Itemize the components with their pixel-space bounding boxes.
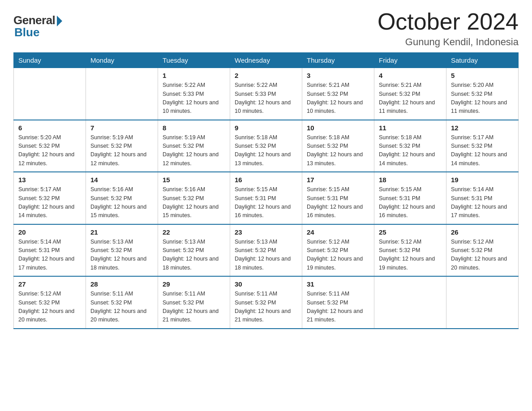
day-number: 14 <box>90 176 153 184</box>
sun-info: Sunrise: 5:22 AMSunset: 5:33 PMDaylight:… <box>163 81 225 116</box>
day-number: 16 <box>235 176 297 184</box>
day-number: 7 <box>90 124 153 132</box>
day-number: 1 <box>163 72 225 79</box>
sun-info: Sunrise: 5:18 AMSunset: 5:32 PMDaylight:… <box>307 133 369 168</box>
calendar-cell: 17 Sunrise: 5:15 AMSunset: 5:31 PMDaylig… <box>302 172 374 224</box>
calendar-cell: 30 Sunrise: 5:11 AMSunset: 5:32 PMDaylig… <box>230 276 302 329</box>
calendar-cell: 12 Sunrise: 5:17 AMSunset: 5:32 PMDaylig… <box>446 120 519 172</box>
header-cell-friday: Friday <box>374 53 446 68</box>
calendar-body: 1 Sunrise: 5:22 AMSunset: 5:33 PMDayligh… <box>14 68 519 329</box>
calendar-cell: 22 Sunrise: 5:13 AMSunset: 5:32 PMDaylig… <box>158 224 230 277</box>
sun-info: Sunrise: 5:17 AMSunset: 5:32 PMDaylight:… <box>18 185 81 220</box>
day-number: 26 <box>451 228 514 236</box>
calendar-cell: 6 Sunrise: 5:20 AMSunset: 5:32 PMDayligh… <box>14 120 86 172</box>
sun-info: Sunrise: 5:21 AMSunset: 5:32 PMDaylight:… <box>307 81 369 116</box>
calendar-cell: 15 Sunrise: 5:16 AMSunset: 5:32 PMDaylig… <box>158 172 230 224</box>
sun-info: Sunrise: 5:22 AMSunset: 5:33 PMDaylight:… <box>235 81 297 116</box>
sun-info: Sunrise: 5:16 AMSunset: 5:32 PMDaylight:… <box>90 185 153 220</box>
day-number: 22 <box>163 228 225 236</box>
calendar-cell: 21 Sunrise: 5:13 AMSunset: 5:32 PMDaylig… <box>86 224 158 277</box>
day-number: 10 <box>307 124 369 132</box>
calendar-cell: 26 Sunrise: 5:12 AMSunset: 5:32 PMDaylig… <box>446 224 519 277</box>
page-header: General Blue October 2024 Gunung Kendil,… <box>13 9 519 48</box>
day-number: 20 <box>18 228 81 236</box>
calendar-cell: 9 Sunrise: 5:18 AMSunset: 5:32 PMDayligh… <box>230 120 302 172</box>
day-number: 18 <box>379 176 442 184</box>
day-number: 2 <box>235 72 297 79</box>
sun-info: Sunrise: 5:15 AMSunset: 5:31 PMDaylight:… <box>235 185 297 220</box>
calendar-cell: 16 Sunrise: 5:15 AMSunset: 5:31 PMDaylig… <box>230 172 302 224</box>
sun-info: Sunrise: 5:18 AMSunset: 5:32 PMDaylight:… <box>235 133 297 168</box>
logo: General Blue <box>13 13 62 39</box>
sun-info: Sunrise: 5:15 AMSunset: 5:31 PMDaylight:… <box>379 185 442 220</box>
calendar-cell: 27 Sunrise: 5:12 AMSunset: 5:32 PMDaylig… <box>14 276 86 329</box>
day-number: 15 <box>163 176 225 184</box>
calendar-cell: 5 Sunrise: 5:20 AMSunset: 5:32 PMDayligh… <box>446 68 519 120</box>
day-number: 19 <box>451 176 514 184</box>
header-row: SundayMondayTuesdayWednesdayThursdayFrid… <box>14 53 519 68</box>
title-section: October 2024 Gunung Kendil, Indonesia <box>378 9 519 48</box>
day-number: 23 <box>235 228 297 236</box>
sun-info: Sunrise: 5:12 AMSunset: 5:32 PMDaylight:… <box>307 238 369 273</box>
calendar-header: SundayMondayTuesdayWednesdayThursdayFrid… <box>14 53 519 68</box>
day-number: 9 <box>235 124 297 132</box>
calendar-cell: 10 Sunrise: 5:18 AMSunset: 5:32 PMDaylig… <box>302 120 374 172</box>
header-cell-tuesday: Tuesday <box>158 53 230 68</box>
location-subtitle: Gunung Kendil, Indonesia <box>378 36 519 48</box>
calendar-cell: 20 Sunrise: 5:14 AMSunset: 5:31 PMDaylig… <box>14 224 86 277</box>
calendar-cell: 2 Sunrise: 5:22 AMSunset: 5:33 PMDayligh… <box>230 68 302 120</box>
sun-info: Sunrise: 5:19 AMSunset: 5:32 PMDaylight:… <box>90 133 153 168</box>
calendar-cell: 31 Sunrise: 5:11 AMSunset: 5:32 PMDaylig… <box>302 276 374 329</box>
sun-info: Sunrise: 5:20 AMSunset: 5:32 PMDaylight:… <box>451 81 514 116</box>
day-number: 28 <box>90 280 153 288</box>
calendar-cell: 3 Sunrise: 5:21 AMSunset: 5:32 PMDayligh… <box>302 68 374 120</box>
week-row-1: 1 Sunrise: 5:22 AMSunset: 5:33 PMDayligh… <box>14 68 519 120</box>
sun-info: Sunrise: 5:13 AMSunset: 5:32 PMDaylight:… <box>90 238 153 273</box>
sun-info: Sunrise: 5:11 AMSunset: 5:32 PMDaylight:… <box>307 290 369 325</box>
header-cell-saturday: Saturday <box>446 53 519 68</box>
day-number: 31 <box>307 280 369 288</box>
sun-info: Sunrise: 5:13 AMSunset: 5:32 PMDaylight:… <box>163 238 225 273</box>
week-row-4: 20 Sunrise: 5:14 AMSunset: 5:31 PMDaylig… <box>14 224 519 277</box>
sun-info: Sunrise: 5:13 AMSunset: 5:32 PMDaylight:… <box>235 238 297 273</box>
sun-info: Sunrise: 5:16 AMSunset: 5:32 PMDaylight:… <box>163 185 225 220</box>
day-number: 5 <box>451 72 514 79</box>
calendar-cell: 1 Sunrise: 5:22 AMSunset: 5:33 PMDayligh… <box>158 68 230 120</box>
calendar-cell: 28 Sunrise: 5:11 AMSunset: 5:32 PMDaylig… <box>86 276 158 329</box>
calendar-cell: 25 Sunrise: 5:12 AMSunset: 5:32 PMDaylig… <box>374 224 446 277</box>
sun-info: Sunrise: 5:20 AMSunset: 5:32 PMDaylight:… <box>18 133 81 168</box>
sun-info: Sunrise: 5:12 AMSunset: 5:32 PMDaylight:… <box>18 290 81 325</box>
calendar-table: SundayMondayTuesdayWednesdayThursdayFrid… <box>13 52 519 329</box>
logo-arrow-icon <box>57 16 62 26</box>
calendar-cell: 18 Sunrise: 5:15 AMSunset: 5:31 PMDaylig… <box>374 172 446 224</box>
header-cell-monday: Monday <box>86 53 158 68</box>
day-number: 25 <box>379 228 442 236</box>
week-row-3: 13 Sunrise: 5:17 AMSunset: 5:32 PMDaylig… <box>14 172 519 224</box>
sun-info: Sunrise: 5:19 AMSunset: 5:32 PMDaylight:… <box>163 133 225 168</box>
calendar-cell <box>14 68 86 120</box>
sun-info: Sunrise: 5:18 AMSunset: 5:32 PMDaylight:… <box>379 133 442 168</box>
sun-info: Sunrise: 5:11 AMSunset: 5:32 PMDaylight:… <box>235 290 297 325</box>
day-number: 24 <box>307 228 369 236</box>
calendar-cell: 7 Sunrise: 5:19 AMSunset: 5:32 PMDayligh… <box>86 120 158 172</box>
week-row-2: 6 Sunrise: 5:20 AMSunset: 5:32 PMDayligh… <box>14 120 519 172</box>
day-number: 21 <box>90 228 153 236</box>
sun-info: Sunrise: 5:11 AMSunset: 5:32 PMDaylight:… <box>163 290 225 325</box>
sun-info: Sunrise: 5:14 AMSunset: 5:31 PMDaylight:… <box>451 185 514 220</box>
sun-info: Sunrise: 5:17 AMSunset: 5:32 PMDaylight:… <box>451 133 514 168</box>
sun-info: Sunrise: 5:12 AMSunset: 5:32 PMDaylight:… <box>379 238 442 273</box>
day-number: 11 <box>379 124 442 132</box>
logo-blue-text: Blue <box>14 26 62 39</box>
sun-info: Sunrise: 5:21 AMSunset: 5:32 PMDaylight:… <box>379 81 442 116</box>
day-number: 12 <box>451 124 514 132</box>
sun-info: Sunrise: 5:12 AMSunset: 5:32 PMDaylight:… <box>451 238 514 273</box>
sun-info: Sunrise: 5:15 AMSunset: 5:31 PMDaylight:… <box>307 185 369 220</box>
week-row-5: 27 Sunrise: 5:12 AMSunset: 5:32 PMDaylig… <box>14 276 519 329</box>
sun-info: Sunrise: 5:14 AMSunset: 5:31 PMDaylight:… <box>18 238 81 273</box>
day-number: 30 <box>235 280 297 288</box>
calendar-cell: 29 Sunrise: 5:11 AMSunset: 5:32 PMDaylig… <box>158 276 230 329</box>
header-cell-wednesday: Wednesday <box>230 53 302 68</box>
day-number: 29 <box>163 280 225 288</box>
calendar-cell: 23 Sunrise: 5:13 AMSunset: 5:32 PMDaylig… <box>230 224 302 277</box>
calendar-cell <box>86 68 158 120</box>
